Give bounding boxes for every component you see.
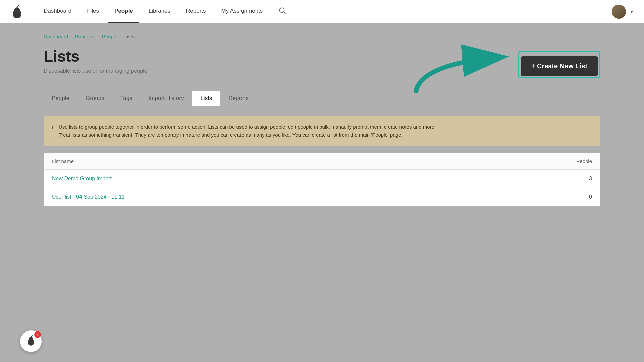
svg-line-2 <box>17 5 19 7</box>
page-header: Lists Disposable lists useful for managi… <box>44 47 600 78</box>
tab-import-history[interactable]: Import History <box>141 91 192 106</box>
nav-libraries[interactable]: Libraries <box>143 0 176 23</box>
tab-groups[interactable]: Groups <box>77 91 112 106</box>
nav-files[interactable]: Files <box>81 0 105 23</box>
create-button-highlight: + Create New List <box>518 51 600 78</box>
page-title: Lists <box>44 47 147 65</box>
app-logo[interactable] <box>10 5 24 19</box>
nav-links: Dashboard Files People Libraries Reports… <box>38 0 612 23</box>
table-row: New Demo Group Import 3 <box>44 170 600 188</box>
breadcrumb-lists: Lists <box>124 34 135 39</box>
table-row: User list - 04 Sep 2024 - 11:11 0 <box>44 188 600 206</box>
nav-people[interactable]: People <box>108 0 139 23</box>
breadcrumb-people[interactable]: People <box>102 34 118 39</box>
tab-tags[interactable]: Tags <box>112 91 141 106</box>
create-action-area: + Create New List <box>518 47 600 78</box>
svg-line-4 <box>284 12 286 14</box>
table-header: List name People <box>44 153 600 170</box>
navbar: Dashboard Files People Libraries Reports… <box>0 0 644 23</box>
notification-bubble[interactable]: 4 <box>20 330 42 352</box>
list-name-2: User list - 04 Sep 2024 - 11:11 <box>52 194 552 200</box>
list-name-1: New Demo Group Import <box>52 176 552 182</box>
list-link-2[interactable]: User list - 04 Sep 2024 - 11:11 <box>52 194 125 200</box>
col-header-list-name: List name <box>52 158 552 164</box>
info-banner: i Use lists to group people together in … <box>44 116 600 146</box>
breadcrumb: Dashboard / Pear Inc. / People / Lists <box>44 34 600 39</box>
avatar[interactable] <box>612 5 626 19</box>
breadcrumb-sep-2: / <box>98 34 99 39</box>
info-icon: i <box>52 124 53 131</box>
breadcrumb-org[interactable]: Pear Inc. <box>75 34 95 39</box>
list-link-1[interactable]: New Demo Group Import <box>52 176 112 181</box>
arrow-annotation <box>406 37 527 98</box>
list-count-2: 0 <box>552 194 592 200</box>
create-new-list-button[interactable]: + Create New List <box>521 56 598 76</box>
notification-badge: 4 <box>34 331 41 338</box>
lists-table: List name People New Demo Group Import 3… <box>44 153 600 206</box>
chevron-down-icon[interactable]: ▼ <box>629 9 634 14</box>
breadcrumb-dashboard[interactable]: Dashboard <box>44 34 68 39</box>
svg-line-8 <box>31 336 32 337</box>
col-header-people: People <box>552 158 592 164</box>
notification-icon <box>25 335 36 348</box>
tab-reports[interactable]: Reports <box>220 91 257 106</box>
nav-my-assignments[interactable]: My Assignments <box>215 0 269 23</box>
nav-reports[interactable]: Reports <box>180 0 212 23</box>
info-text: Use lists to group people together in or… <box>59 123 436 139</box>
svg-point-1 <box>14 7 20 13</box>
svg-point-7 <box>29 337 33 342</box>
page-subtitle: Disposable lists useful for managing peo… <box>44 68 147 74</box>
list-count-1: 3 <box>552 176 592 182</box>
info-text-line2: Treat lists as something transient. They… <box>59 132 402 138</box>
breadcrumb-sep-1: / <box>71 34 72 39</box>
search-icon[interactable] <box>279 7 286 16</box>
tab-people[interactable]: People <box>44 91 77 106</box>
tabs-container: People Groups Tags Import History Lists … <box>44 90 600 106</box>
page-title-block: Lists Disposable lists useful for managi… <box>44 47 147 74</box>
tab-lists[interactable]: Lists <box>192 90 220 106</box>
nav-right: ▼ <box>612 5 634 19</box>
info-text-line1: Use lists to group people together in or… <box>59 124 436 130</box>
breadcrumb-sep-3: / <box>120 34 121 39</box>
nav-dashboard[interactable]: Dashboard <box>38 0 77 23</box>
main-content: Dashboard / Pear Inc. / People / Lists L… <box>0 23 644 217</box>
